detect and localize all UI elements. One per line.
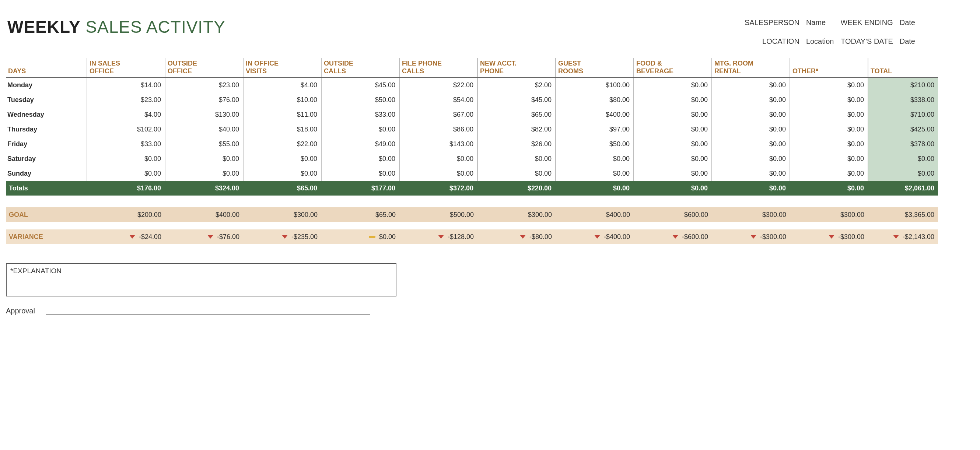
value-cell[interactable]: $18.00 xyxy=(243,122,321,137)
value-cell[interactable]: $55.00 xyxy=(165,137,243,151)
value-cell[interactable]: $0.00 xyxy=(555,151,634,166)
value-cell[interactable]: $23.00 xyxy=(165,77,243,92)
value-cell[interactable]: $82.00 xyxy=(477,122,555,137)
value-cell[interactable]: $0.00 xyxy=(868,151,938,166)
value-cell[interactable]: $0.00 xyxy=(712,137,790,151)
value-cell[interactable]: $0.00 xyxy=(477,166,555,181)
today-value[interactable]: Date xyxy=(900,37,915,46)
value-cell[interactable]: $130.00 xyxy=(165,107,243,122)
value-cell[interactable]: $0.00 xyxy=(712,77,790,92)
value-cell[interactable]: $76.00 xyxy=(165,92,243,107)
value-cell[interactable]: $4.00 xyxy=(87,107,165,122)
value-cell[interactable]: $67.00 xyxy=(399,107,477,122)
value-cell[interactable]: $400.00 xyxy=(555,107,634,122)
value-cell[interactable]: $10.00 xyxy=(243,92,321,107)
salesperson-value[interactable]: Name xyxy=(806,18,834,27)
value-cell[interactable]: $0.00 xyxy=(634,107,712,122)
value-cell[interactable]: $26.00 xyxy=(477,137,555,151)
today-label: TODAY'S DATE xyxy=(841,37,893,46)
value-cell[interactable]: $0.00 xyxy=(634,137,712,151)
value-cell[interactable]: $0.00 xyxy=(712,107,790,122)
value-cell[interactable]: $0.00 xyxy=(634,151,712,166)
value-cell[interactable]: $0.00 xyxy=(165,151,243,166)
value-cell[interactable]: $0.00 xyxy=(868,166,938,181)
value-cell[interactable]: $102.00 xyxy=(87,122,165,137)
goal-cell[interactable]: $400.00 xyxy=(555,207,634,222)
value-cell[interactable]: $65.00 xyxy=(477,107,555,122)
value-cell[interactable]: $0.00 xyxy=(790,92,868,107)
value-cell[interactable]: $338.00 xyxy=(868,92,938,107)
value-cell[interactable]: $80.00 xyxy=(555,92,634,107)
totals-cell: $0.00 xyxy=(634,181,712,196)
value-cell[interactable]: $0.00 xyxy=(243,151,321,166)
variance-cell: -$128.00 xyxy=(399,229,477,244)
value-cell[interactable]: $49.00 xyxy=(321,137,399,151)
value-cell[interactable]: $0.00 xyxy=(712,166,790,181)
variance-value: -$80.00 xyxy=(530,233,552,241)
goal-row: GOAL$200.00$400.00$300.00$65.00$500.00$3… xyxy=(6,207,938,222)
value-cell[interactable]: $45.00 xyxy=(321,77,399,92)
value-cell[interactable]: $97.00 xyxy=(555,122,634,137)
value-cell[interactable]: $0.00 xyxy=(87,166,165,181)
value-cell[interactable]: $425.00 xyxy=(868,122,938,137)
value-cell[interactable]: $14.00 xyxy=(87,77,165,92)
value-cell[interactable]: $4.00 xyxy=(243,77,321,92)
value-cell[interactable]: $0.00 xyxy=(634,122,712,137)
value-cell[interactable]: $40.00 xyxy=(165,122,243,137)
value-cell[interactable]: $0.00 xyxy=(634,92,712,107)
value-cell[interactable]: $0.00 xyxy=(634,77,712,92)
value-cell[interactable]: $0.00 xyxy=(712,92,790,107)
value-cell[interactable]: $50.00 xyxy=(555,137,634,151)
weekending-value[interactable]: Date xyxy=(900,18,915,27)
value-cell[interactable]: $45.00 xyxy=(477,92,555,107)
value-cell[interactable]: $0.00 xyxy=(790,137,868,151)
value-cell[interactable]: $0.00 xyxy=(243,166,321,181)
value-cell[interactable]: $33.00 xyxy=(87,137,165,151)
goal-cell[interactable]: $600.00 xyxy=(634,207,712,222)
goal-cell[interactable]: $500.00 xyxy=(399,207,477,222)
value-cell[interactable]: $210.00 xyxy=(868,77,938,92)
goal-cell[interactable]: $400.00 xyxy=(165,207,243,222)
value-cell[interactable]: $0.00 xyxy=(399,151,477,166)
value-cell[interactable]: $0.00 xyxy=(634,166,712,181)
value-cell[interactable]: $0.00 xyxy=(555,166,634,181)
value-cell[interactable]: $0.00 xyxy=(477,151,555,166)
value-cell[interactable]: $0.00 xyxy=(321,166,399,181)
goal-cell[interactable]: $200.00 xyxy=(87,207,165,222)
value-cell[interactable]: $0.00 xyxy=(790,151,868,166)
goal-cell[interactable]: $300.00 xyxy=(243,207,321,222)
value-cell[interactable]: $23.00 xyxy=(87,92,165,107)
value-cell[interactable]: $0.00 xyxy=(321,122,399,137)
value-cell[interactable]: $33.00 xyxy=(321,107,399,122)
explanation-box[interactable]: *EXPLANATION xyxy=(6,263,396,296)
goal-cell[interactable]: $300.00 xyxy=(712,207,790,222)
value-cell[interactable]: $0.00 xyxy=(712,151,790,166)
value-cell[interactable]: $0.00 xyxy=(321,151,399,166)
goal-cell[interactable]: $65.00 xyxy=(321,207,399,222)
value-cell[interactable]: $100.00 xyxy=(555,77,634,92)
value-cell[interactable]: $22.00 xyxy=(243,137,321,151)
value-cell[interactable]: $54.00 xyxy=(399,92,477,107)
location-value[interactable]: Location xyxy=(806,37,834,46)
value-cell[interactable]: $710.00 xyxy=(868,107,938,122)
value-cell[interactable]: $50.00 xyxy=(321,92,399,107)
value-cell[interactable]: $0.00 xyxy=(165,166,243,181)
approval-signature-line[interactable] xyxy=(46,315,370,315)
goal-cell[interactable]: $3,365.00 xyxy=(868,207,938,222)
value-cell[interactable]: $2.00 xyxy=(477,77,555,92)
variance-cell: -$235.00 xyxy=(243,229,321,244)
value-cell[interactable]: $0.00 xyxy=(87,151,165,166)
value-cell[interactable]: $378.00 xyxy=(868,137,938,151)
value-cell[interactable]: $0.00 xyxy=(790,107,868,122)
value-cell[interactable]: $0.00 xyxy=(399,166,477,181)
value-cell[interactable]: $11.00 xyxy=(243,107,321,122)
value-cell[interactable]: $22.00 xyxy=(399,77,477,92)
goal-cell[interactable]: $300.00 xyxy=(790,207,868,222)
value-cell[interactable]: $0.00 xyxy=(790,166,868,181)
goal-cell[interactable]: $300.00 xyxy=(477,207,555,222)
value-cell[interactable]: $0.00 xyxy=(712,122,790,137)
value-cell[interactable]: $143.00 xyxy=(399,137,477,151)
value-cell[interactable]: $86.00 xyxy=(399,122,477,137)
value-cell[interactable]: $0.00 xyxy=(790,77,868,92)
value-cell[interactable]: $0.00 xyxy=(790,122,868,137)
